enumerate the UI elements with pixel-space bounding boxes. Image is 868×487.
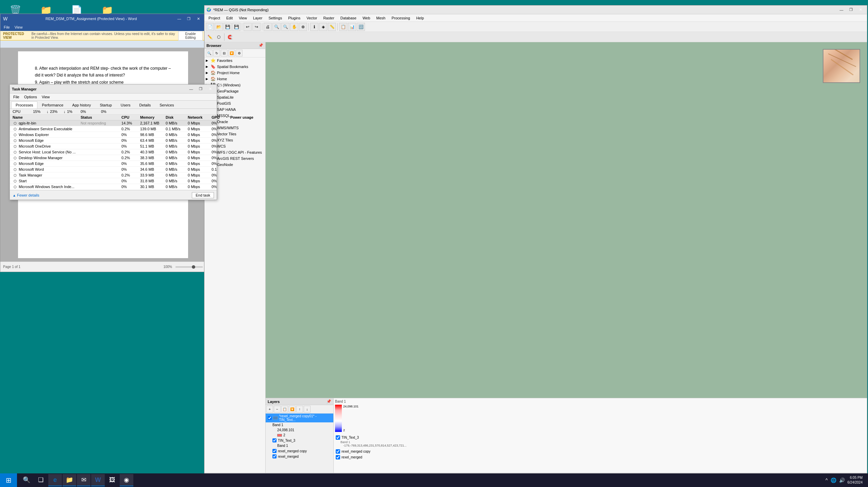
layers-add[interactable]: + (266, 406, 273, 413)
browser-search[interactable]: 🔍 (206, 50, 213, 56)
qgis-menu-mesh[interactable]: Mesh (373, 15, 388, 21)
table-row[interactable]: ⬡ Microsoft OneDrive 0% 51.1 MB 0 MB/s 0… (10, 144, 217, 149)
qgis-menu-web[interactable]: Web (360, 15, 373, 21)
list-item[interactable]: rexel_merged (266, 454, 333, 459)
browser-tree-item[interactable]: ▶ ⭐ Favorites (204, 57, 265, 64)
col-memory[interactable]: Memory (140, 115, 166, 119)
list-item[interactable]: TIN_Text_3 (266, 438, 333, 443)
col-network[interactable]: Network (188, 115, 212, 119)
tool-zoom-out[interactable]: 🔍 (281, 23, 289, 31)
tm-menu-view[interactable]: View (40, 94, 52, 100)
tool-pan[interactable]: ✋ (290, 23, 298, 31)
tool-measure[interactable]: 📏 (328, 23, 336, 31)
taskbar-explorer[interactable]: 📁 (63, 474, 76, 486)
word-close-button[interactable]: ✕ (194, 15, 203, 22)
qgis-menu-raster[interactable]: Raster (320, 15, 337, 21)
list-item[interactable]: Band 1 (266, 443, 333, 448)
col-name[interactable]: Name (13, 115, 81, 119)
table-row[interactable]: ⬡ Microsoft Edge 0% 35.6 MB 0 MB/s 0 Mbp… (10, 161, 217, 167)
browser-filter[interactable]: 🔽 (228, 50, 235, 56)
tool-print[interactable]: 🖨 (264, 23, 272, 31)
table-row[interactable]: ⬡ Microsoft Windows Search Inde... 0% 30… (10, 184, 217, 190)
browser-panel-pin[interactable]: 📌 (258, 43, 263, 48)
qgis-menu-database[interactable]: Database (338, 15, 359, 21)
layers-pin[interactable]: 📌 (327, 399, 331, 404)
col-disk[interactable]: Disk (166, 115, 188, 119)
browser-properties[interactable]: ⚙ (236, 50, 243, 56)
tray-network[interactable]: 🌐 (831, 477, 836, 483)
qgis-map-canvas[interactable] (266, 42, 867, 398)
layers-remove[interactable]: − (274, 406, 281, 413)
tm-tab-performance[interactable]: Performance (37, 101, 68, 108)
taskbar-photos[interactable]: 🖼 (105, 474, 119, 486)
qgis-restore-button[interactable]: ❐ (847, 6, 855, 13)
tool-new[interactable]: 📄 (206, 23, 214, 31)
layer-checkbox[interactable] (272, 449, 277, 453)
list-item[interactable]: rexel_merged copy (266, 448, 333, 454)
browser-refresh[interactable]: ↻ (213, 50, 220, 56)
tm-restore-button[interactable]: ❐ (196, 86, 205, 93)
tm-tab-users[interactable]: Users (116, 101, 135, 108)
tm-minimize-button[interactable]: — (187, 86, 196, 93)
rexel-checkbox[interactable] (336, 455, 340, 459)
table-row[interactable]: ⬡ Microsoft Edge 0% 63.4 MB 0 MB/s 0 Mbp… (10, 138, 217, 144)
tool-identify[interactable]: ℹ (310, 23, 318, 31)
qgis-menu-plugins[interactable]: Plugins (285, 15, 303, 21)
tm-close-button[interactable]: ✕ (206, 86, 215, 93)
browser-collapse[interactable]: ⊟ (221, 50, 228, 56)
taskbar-edge[interactable]: e (48, 474, 62, 486)
browser-tree-item[interactable]: ▶ 🏠 Home (204, 76, 265, 82)
layers-open-attr[interactable]: 📋 (281, 406, 288, 413)
tm-menu-file[interactable]: File (11, 94, 21, 100)
layers-filter[interactable]: 🔽 (289, 406, 296, 413)
table-row[interactable]: ⬡ Service Host: Local Service (No ... 0.… (10, 149, 217, 155)
tool-node[interactable]: ⬡ (215, 33, 223, 41)
taskbar-taskview[interactable]: ❑ (34, 474, 48, 486)
col-power[interactable]: Power usage (230, 115, 257, 119)
qgis-minimize-button[interactable]: — (837, 6, 846, 13)
list-item[interactable]: *rexel_merged copy01* - TIN_Text... (266, 414, 333, 422)
table-row[interactable]: ⬡ qgis-ltr-bin Not responding 14.3% 2,16… (10, 120, 217, 126)
qgis-menu-vector[interactable]: Vector (304, 15, 320, 21)
table-row[interactable]: ⬡ Antimalware Service Executable 0.2% 13… (10, 126, 217, 132)
tool-statistics[interactable]: 📊 (348, 23, 356, 31)
col-status[interactable]: Status (81, 115, 121, 119)
fewer-details-link[interactable]: ▲ Fewer details (13, 193, 39, 197)
qgis-menu-project[interactable]: Project (206, 15, 223, 21)
tool-open[interactable]: 📂 (215, 23, 223, 31)
layers-move-down[interactable]: ↓ (304, 406, 311, 413)
tool-redo[interactable]: ↪ (252, 23, 261, 31)
tray-volume[interactable]: 🔊 (839, 477, 845, 483)
tool-zoom-full[interactable]: ⊕ (299, 23, 307, 31)
taskbar-search[interactable]: 🔍 (20, 474, 33, 486)
word-minimize-button[interactable]: — (175, 15, 184, 22)
taskbar-app-circle[interactable]: ◉ (120, 474, 133, 486)
tool-zoom-in[interactable]: 🔍 (272, 23, 281, 31)
list-item[interactable]: 24,098.101 (266, 427, 333, 433)
tool-attribute-table[interactable]: 📋 (339, 23, 347, 31)
layer-checkbox[interactable] (272, 438, 277, 442)
list-item[interactable]: 2 (266, 433, 333, 438)
word-restore-button[interactable]: ❐ (184, 15, 193, 22)
zoom-slider[interactable] (176, 266, 203, 268)
tool-digitize[interactable]: ✏️ (206, 33, 214, 41)
start-button[interactable]: ⊞ (0, 473, 17, 487)
tool-undo[interactable]: ↩ (244, 23, 252, 31)
table-row[interactable]: ⬡ Microsoft Word 0% 34.6 MB 0 MB/s 0 Mbp… (10, 167, 217, 172)
tm-tab-services[interactable]: Services (155, 101, 178, 108)
tin-text-3-checkbox[interactable] (336, 435, 340, 440)
tool-snapping[interactable]: 🧲 (226, 33, 234, 41)
tm-tab-app-history[interactable]: App history (68, 101, 95, 108)
tool-calculator[interactable]: 🔢 (357, 23, 365, 31)
tool-save[interactable]: 💾 (223, 23, 232, 31)
enable-editing-button[interactable]: Enable Editing (178, 31, 203, 40)
table-row[interactable]: ⬡ Windows Explorer 0% 98.6 MB 0 MB/s 0 M… (10, 132, 217, 138)
taskbar-word[interactable]: W (91, 474, 105, 486)
qgis-close-button[interactable]: ✕ (856, 6, 865, 13)
tool-save-as[interactable]: 💾 (232, 23, 240, 31)
qgis-menu-layer[interactable]: Layer (250, 15, 265, 21)
tm-tab-details[interactable]: Details (135, 101, 155, 108)
qgis-menu-processing[interactable]: Processing (389, 15, 413, 21)
qgis-menu-edit[interactable]: Edit (223, 15, 235, 21)
table-row[interactable]: ⬡ Task Manager 0.2% 33.9 MB 0 MB/s 0 Mbp… (10, 172, 217, 178)
